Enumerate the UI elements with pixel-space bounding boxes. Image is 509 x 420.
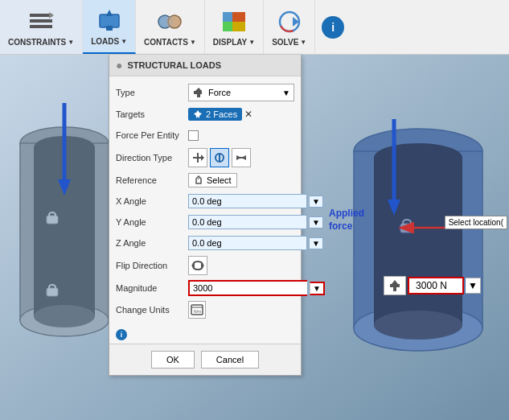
svg-rect-9 [166, 17, 173, 27]
x-angle-label: X Angle [116, 196, 188, 206]
solve-label: SOLVE▼ [272, 38, 306, 47]
y-angle-input[interactable] [188, 215, 307, 229]
change-units-button[interactable]: N/m [188, 301, 206, 319]
force-per-entity-checkbox[interactable] [188, 130, 199, 141]
magnitude-dropdown[interactable]: ▼ [466, 278, 481, 294]
svg-rect-2 [30, 25, 52, 28]
svg-marker-56 [241, 155, 246, 160]
type-row: Type Force ▼ [109, 81, 301, 104]
y-angle-dropdown[interactable]: ▼ [310, 216, 323, 229]
svg-marker-46 [195, 88, 202, 91]
direction-type-control [188, 148, 294, 167]
type-arrow-icon: ▼ [282, 89, 290, 97]
svg-marker-5 [106, 10, 113, 16]
x-angle-input[interactable] [188, 194, 307, 208]
svg-marker-48 [194, 110, 202, 118]
svg-rect-1 [30, 19, 52, 23]
panel-header: ● STRUCTURAL LOADS [109, 55, 301, 76]
constraints-menu[interactable]: CONSTRAINTS▼ [0, 0, 83, 54]
type-value: Force [208, 88, 231, 97]
svg-rect-4 [100, 14, 119, 27]
direction-type-label: Direction Type [116, 153, 188, 163]
svg-rect-34 [374, 158, 462, 325]
x-angle-row: X Angle ▼ [109, 191, 301, 212]
targets-control: 2 Faces ✕ [188, 108, 294, 121]
svg-rect-0 [30, 14, 52, 17]
y-angle-control: ▼ [188, 215, 323, 229]
targets-label: Targets [116, 109, 188, 119]
flip-direction-row: Flip Direction [109, 253, 301, 278]
magnitude-drop-button[interactable]: ▼ [310, 282, 325, 295]
direction-type-icon1 [191, 151, 204, 164]
magnitude-input[interactable] [188, 280, 307, 296]
type-icon [192, 86, 205, 99]
svg-rect-13 [232, 22, 245, 31]
display-menu[interactable]: DISPLAY▼ [205, 0, 264, 54]
targets-tag[interactable]: 2 Faces [188, 108, 242, 121]
direction-type-btn1[interactable] [188, 148, 207, 167]
magnitude-display: 3000 N ▼ [384, 276, 481, 295]
magnitude-icon [384, 276, 406, 295]
panel-body: Type Force ▼ Targets [109, 76, 301, 326]
reference-control: Select [188, 173, 294, 187]
svg-marker-57 [196, 176, 201, 183]
display-icon [220, 7, 248, 36]
flip-icon [191, 258, 205, 273]
svg-text:N/m: N/m [194, 309, 201, 314]
target-icon [193, 109, 203, 119]
svg-rect-45 [194, 91, 202, 94]
change-units-label: Change Units [116, 305, 188, 315]
reference-select[interactable]: Select [188, 173, 237, 187]
reference-icon [194, 175, 203, 185]
cancel-button[interactable]: Cancel [201, 351, 259, 369]
svg-rect-47 [197, 94, 200, 97]
info-button[interactable]: i [322, 16, 344, 39]
magnitude-row: Magnitude ▼ [109, 278, 301, 299]
svg-rect-42 [390, 284, 400, 287]
direction-type-row: Direction Type [109, 146, 301, 170]
loads-label: LOADS▼ [91, 37, 127, 46]
direction-type-icon2 [213, 151, 226, 164]
y-angle-row: Y Angle ▼ [109, 212, 301, 233]
x-angle-control: ▼ [188, 194, 323, 208]
solve-icon [275, 7, 304, 36]
panel-info: i [109, 326, 301, 344]
loads-menu[interactable]: LOADS▼ [83, 0, 136, 54]
contacts-icon [155, 7, 184, 36]
contacts-menu[interactable]: CONTACTS▼ [136, 0, 205, 54]
flip-direction-label: Flip Direction [116, 261, 188, 270]
flip-direction-control [188, 256, 294, 275]
type-control: Force ▼ [188, 84, 294, 101]
svg-marker-55 [236, 155, 241, 160]
flip-direction-button[interactable] [188, 256, 207, 275]
solve-menu[interactable]: SOLVE▼ [264, 0, 315, 54]
z-angle-label: Z Angle [116, 238, 188, 248]
ok-button[interactable]: OK [151, 351, 195, 369]
y-angle-label: Y Angle [116, 217, 188, 227]
toolbar: CONSTRAINTS▼ LOADS▼ CONTACTS▼ [0, 0, 509, 55]
structural-loads-panel: ● STRUCTURAL LOADS Type Force ▼ Target [109, 55, 302, 376]
select-location-button[interactable]: Select location( [445, 216, 507, 229]
force-per-entity-row: Force Per Entity [109, 125, 301, 146]
panel-title: STRUCTURAL LOADS [127, 60, 221, 70]
z-angle-input[interactable] [188, 236, 307, 250]
constraints-label: CONSTRAINTS▼ [8, 38, 74, 47]
z-angle-dropdown[interactable]: ▼ [310, 237, 323, 249]
force-per-entity-label: Force Per Entity [116, 130, 188, 140]
type-select[interactable]: Force ▼ [188, 84, 294, 101]
svg-marker-43 [392, 280, 398, 284]
direction-type-btn3[interactable] [232, 148, 251, 167]
reference-value: Select [207, 175, 232, 185]
info-icon: i [116, 329, 127, 340]
targets-clear-button[interactable]: ✕ [244, 109, 252, 120]
units-icon: N/m [191, 303, 203, 316]
change-units-row: Change Units N/m [109, 299, 301, 321]
magnitude-label: Magnitude [116, 283, 188, 293]
svg-marker-50 [201, 154, 204, 161]
svg-rect-6 [106, 26, 113, 31]
type-label: Type [116, 88, 188, 97]
constraints-icon [27, 7, 55, 36]
x-angle-dropdown[interactable]: ▼ [310, 196, 323, 208]
change-units-control: N/m [188, 301, 294, 319]
direction-type-btn2[interactable] [210, 148, 229, 167]
